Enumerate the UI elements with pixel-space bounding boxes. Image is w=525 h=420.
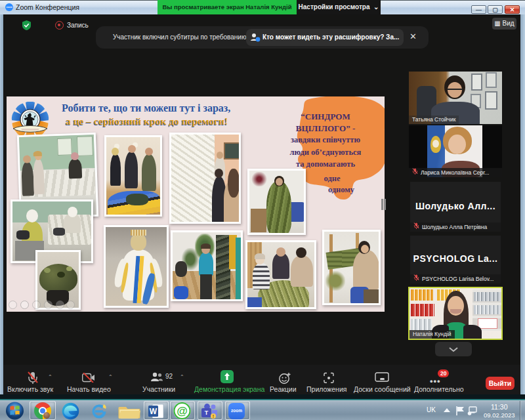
svg-text:T: T bbox=[205, 410, 209, 416]
svg-text:@: @ bbox=[177, 405, 188, 417]
svg-text:!: ! bbox=[213, 414, 214, 419]
svg-text:W: W bbox=[150, 407, 158, 416]
